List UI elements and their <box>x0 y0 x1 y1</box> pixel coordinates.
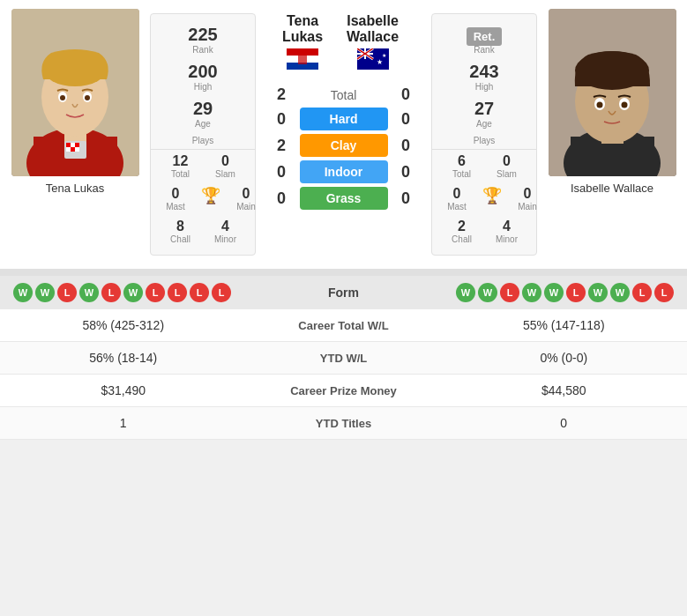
player1-prize: $31,490 <box>0 383 247 397</box>
hard-score-p2: 0 <box>395 110 417 129</box>
player2-stats-panel: Ret. Rank 243 High 27 Age Plays <box>431 13 537 256</box>
player2-high-label: High <box>475 82 494 92</box>
total-score-p1: 2 <box>271 85 293 104</box>
form-badge: L <box>57 283 77 302</box>
player2-career-wl: 55% (147-118) <box>441 318 688 332</box>
section-separator <box>0 269 687 276</box>
player2-photo-section: Isabelle Wallace <box>537 9 687 260</box>
player2-chall-value: 2 <box>458 219 466 234</box>
player1-photo-section: Tena Lukas <box>0 9 150 260</box>
player1-stats-panel: 225 Rank 200 High 29 Age Plays <box>150 13 256 256</box>
player1-mast-cell: 0 Mast <box>158 186 193 212</box>
player1-age-cell: 29 Age <box>185 99 220 129</box>
player2-minor-label: Minor <box>496 234 518 244</box>
ret-badge: Ret. <box>467 27 503 46</box>
svg-rect-15 <box>71 147 75 152</box>
player1-total-slam-row: 12 Total 0 Slam <box>151 150 255 182</box>
indoor-badge: Indoor <box>300 160 388 183</box>
player1-high-label: High <box>194 82 213 92</box>
form-badge: W <box>456 283 475 302</box>
grass-score-row: 0 Grass 0 <box>265 187 422 210</box>
trophy-icon-left: 🏆 <box>201 186 220 205</box>
player1-flag-container <box>287 48 318 73</box>
svg-text:★: ★ <box>382 53 386 58</box>
player2-name-center: Isabelle Wallace <box>332 13 414 45</box>
player1-mast-value: 0 <box>172 186 180 202</box>
form-badge: L <box>566 283 586 302</box>
svg-point-39 <box>596 102 602 108</box>
player2-header: Isabelle Wallace <box>332 13 414 73</box>
svg-rect-12 <box>71 143 75 147</box>
player2-high-value: 243 <box>469 62 498 82</box>
form-badge: L <box>168 283 187 302</box>
player1-main-cell: 0 Main <box>228 186 264 212</box>
player1-rank-value: 225 <box>188 25 217 45</box>
player2-ytd-wl: 0% (0-0) <box>441 351 688 365</box>
form-badge: W <box>544 283 564 302</box>
player1-career-wl: 58% (425-312) <box>0 318 247 332</box>
player2-plays-label: Plays <box>474 136 495 145</box>
player2-high-cell: 243 High <box>467 62 502 92</box>
player2-age-cell: 27 Age <box>467 99 502 129</box>
svg-point-8 <box>60 95 65 100</box>
grass-score-p1: 0 <box>271 189 293 208</box>
player2-chall-label: Chall <box>452 234 472 244</box>
score-rows: 2 Total 0 0 Hard 0 2 Clay 0 0 <box>265 78 422 218</box>
indoor-score-p2: 0 <box>395 163 417 182</box>
svg-text:★: ★ <box>377 58 383 66</box>
hard-badge: Hard <box>300 108 388 130</box>
svg-rect-13 <box>75 143 79 147</box>
hard-score-row: 0 Hard 0 <box>265 108 422 130</box>
player1-chall-cell: 8 Chall <box>163 219 198 244</box>
player1-minor-label: Minor <box>214 234 236 244</box>
player2-mast-main-row: 0 Mast 🏆 0 Main <box>432 182 536 215</box>
player2-slam-cell: 0 Slam <box>489 153 525 179</box>
svg-rect-14 <box>66 147 71 152</box>
player2-chall-cell: 2 Chall <box>444 219 480 244</box>
player1-plays-label: Plays <box>192 136 213 145</box>
player1-form-badges: WWLWLWLLLL <box>13 283 231 302</box>
player2-total-value: 6 <box>458 153 466 169</box>
total-score-p2: 0 <box>395 85 417 104</box>
grass-badge: Grass <box>300 187 388 210</box>
form-badge: W <box>610 283 630 302</box>
player2-age-value: 27 <box>474 99 494 119</box>
player1-chall-value: 8 <box>176 219 184 234</box>
player2-main-label: Main <box>518 202 537 212</box>
svg-rect-11 <box>66 143 71 147</box>
form-badge: L <box>190 283 209 302</box>
player2-rank-row: Ret. Rank <box>432 21 536 58</box>
player2-trophy-cell: 🏆 <box>474 186 510 212</box>
form-badge: L <box>654 283 674 302</box>
player1-minor-cell: 4 Minor <box>208 219 243 244</box>
player1-minor-value: 4 <box>221 219 229 234</box>
player2-name-label: Isabelle Wallace <box>571 182 653 195</box>
player2-rank-label: Rank <box>474 45 494 55</box>
player2-age-row: 27 Age <box>432 95 536 132</box>
player1-high-row: 200 High <box>151 58 255 95</box>
ytd-wl-row: 56% (18-14) YTD W/L 0% (0-0) <box>0 342 687 375</box>
player1-rank-label: Rank <box>192 45 213 55</box>
player1-trophy-cell: 🏆 <box>193 186 228 212</box>
player1-mast-label: Mast <box>166 202 185 212</box>
player2-minor-cell: 4 Minor <box>489 219 525 244</box>
player1-name-label: Tena Lukas <box>46 182 105 195</box>
svg-rect-16 <box>75 147 79 152</box>
player2-photo <box>549 9 676 176</box>
player1-photo <box>11 9 139 176</box>
player2-form-badges: WWLWWLWWLL <box>456 283 674 302</box>
clay-score-p1: 2 <box>271 137 293 155</box>
player2-ytd-titles: 0 <box>441 416 688 430</box>
trophy-icon-right: 🏆 <box>482 186 502 205</box>
total-score-row: 2 Total 0 <box>265 85 422 104</box>
player1-ytd-wl: 56% (18-14) <box>0 351 247 365</box>
form-badge: L <box>101 283 121 302</box>
player1-age-row: 29 Age <box>151 95 255 132</box>
ytd-wl-label: YTD W/L <box>247 352 441 365</box>
svg-rect-20 <box>298 54 307 64</box>
indoor-score-p1: 0 <box>271 163 293 182</box>
ytd-titles-row: 1 YTD Titles 0 <box>0 407 687 440</box>
player2-rank-cell: Ret. Rank <box>467 25 503 55</box>
clay-score-p2: 0 <box>395 137 417 155</box>
stats-table: 58% (425-312) Career Total W/L 55% (147-… <box>0 309 687 440</box>
